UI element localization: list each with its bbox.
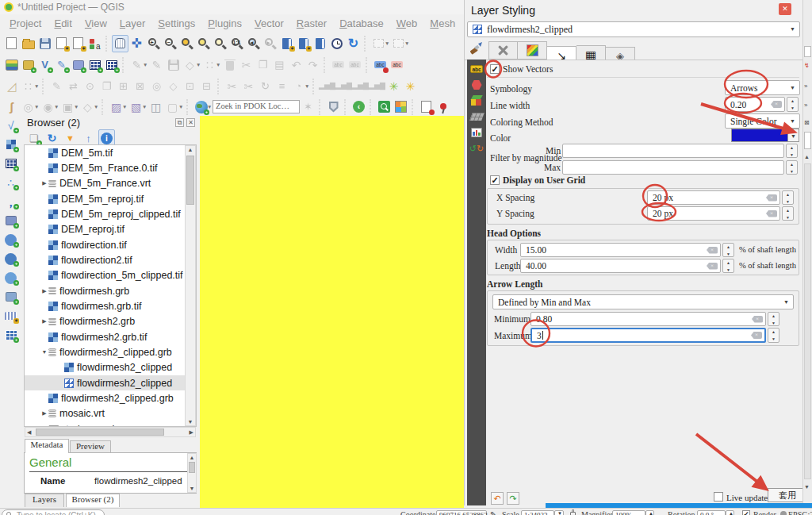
menu-plugins[interactable]: Plugins xyxy=(201,16,248,31)
zoom-last[interactable]: ◂ xyxy=(245,35,262,52)
checker-1[interactable]: ▨ xyxy=(108,98,124,116)
arrow-length-combo[interactable]: Defined by Min and Max▼ xyxy=(492,294,794,309)
open-project[interactable] xyxy=(20,35,36,52)
min-spinner[interactable]: ▲▼ xyxy=(786,144,798,158)
highlight-pinned-labels[interactable]: abc xyxy=(372,56,389,74)
digitize[interactable]: ◇ xyxy=(182,56,198,74)
minimum-spinner[interactable]: ▲▼ xyxy=(768,312,779,326)
expand-strip-button2[interactable]: » xyxy=(804,102,807,109)
apply-button[interactable]: 套用 xyxy=(768,488,807,502)
metadata-scrollbar[interactable]: ▲▼ xyxy=(187,453,197,493)
rotation-value[interactable]: 0.0 ° xyxy=(697,510,726,515)
add-mesh-layer[interactable]: + xyxy=(2,155,19,172)
locator-search[interactable]: Type to locate (Ctrl+K) xyxy=(2,509,105,515)
cut-features[interactable]: ✂ xyxy=(238,56,255,74)
pdok-tool[interactable]: ✶ xyxy=(300,98,316,116)
polygon-tool[interactable]: ◇ xyxy=(79,98,96,116)
min-field[interactable] xyxy=(562,144,784,158)
color-button[interactable] xyxy=(731,129,788,142)
add-raster-layer[interactable]: + xyxy=(2,136,19,153)
pdok-globe[interactable]: + xyxy=(193,98,209,116)
zoom-in[interactable]: + xyxy=(145,35,162,52)
new-mesh-layer[interactable]: + xyxy=(86,56,103,74)
histogram-icon[interactable] xyxy=(469,126,484,139)
tree-item-DEM_5m.tif[interactable]: DEM_5m.tif xyxy=(25,145,196,160)
3d-view-icon[interactable] xyxy=(469,94,484,107)
menu-edit[interactable]: Edit xyxy=(48,16,78,31)
vertex-tool-2[interactable]: ⇄ xyxy=(65,78,82,95)
project-properties[interactable]: ✶ xyxy=(70,35,86,52)
float-panel-button[interactable]: ⧉ xyxy=(175,118,184,127)
tree-item-DEM_5m_France.vrt[interactable]: ▶DEM_5m_France.vrt xyxy=(25,176,196,191)
sun-1[interactable]: ✳ xyxy=(385,78,402,95)
tree-item-DEM_reproj.tif[interactable]: DEM_reproj.tif xyxy=(25,222,196,237)
checker-2[interactable]: ▧ xyxy=(128,98,144,116)
tree-expand-arrow[interactable]: ▶ xyxy=(40,288,48,294)
add-postgis[interactable]: + xyxy=(2,250,19,267)
rotate-feature[interactable]: ↻ xyxy=(257,78,274,95)
menu-settings[interactable]: Settings xyxy=(151,16,201,31)
scissors-2[interactable]: ✂ xyxy=(240,78,257,95)
measure[interactable]: ◿ xyxy=(3,78,20,95)
show-bookmarks[interactable]: ✶ xyxy=(295,35,312,52)
expand-strip-button[interactable]: » xyxy=(804,83,807,90)
y-spacing-field[interactable]: 20 px× xyxy=(647,206,780,221)
search-layers-plugin[interactable] xyxy=(376,98,393,116)
coordinate-value[interactable]: 969716,6528863 xyxy=(436,510,487,515)
checker-4[interactable]: ▢ xyxy=(164,98,181,116)
vertex-tool-3[interactable]: ⊙ xyxy=(82,78,98,95)
add-wcs[interactable]: + xyxy=(2,326,19,344)
maximum-field[interactable]: 3× xyxy=(530,328,766,343)
tab-browser[interactable]: Browser (2) xyxy=(66,494,120,507)
tree-item-flowdirmesh2_clipped.grb[interactable]: ▼flowdirmesh2_clipped.grb xyxy=(25,344,196,359)
new-virtual-layer[interactable]: + xyxy=(70,56,86,74)
add-oracle[interactable]: + xyxy=(2,269,19,286)
pin-labels[interactable]: abc xyxy=(347,56,363,74)
tree-item-flowdirmesh2_clipped[interactable]: flowdirmesh2_clipped xyxy=(25,375,196,390)
crs-value[interactable]: EPSG:2154 xyxy=(788,510,812,515)
rect-tool[interactable]: ▣ xyxy=(59,98,76,116)
symbology-combo[interactable]: Arrows▼ xyxy=(725,80,800,95)
tree-item-flowdirmesh2.grb.tif[interactable]: flowdirmesh2.grb.tif xyxy=(25,329,196,344)
close-panel-button[interactable]: ✕ xyxy=(186,118,195,127)
compass[interactable]: ◔ xyxy=(290,78,307,95)
tab-preview[interactable]: Preview xyxy=(70,440,111,453)
tree-item-flowdirmesh2.grb[interactable]: ▶flowdirmesh2.grb xyxy=(25,314,196,329)
tree-item-mosaic.vrt[interactable]: ▶mosaic.vrt xyxy=(25,406,196,421)
undo[interactable]: ↶ xyxy=(288,56,304,74)
menu-view[interactable]: View xyxy=(79,16,113,31)
live-update-checkbox[interactable] xyxy=(714,492,723,502)
new-project[interactable] xyxy=(3,35,20,52)
line-width-field[interactable]: 0.20× xyxy=(725,97,785,112)
length-field[interactable]: 40.00× xyxy=(520,259,721,273)
add-vector-layer[interactable]: √+ xyxy=(2,117,19,134)
max-spinner[interactable]: ▲▼ xyxy=(786,160,798,175)
temporal-controller[interactable] xyxy=(328,35,345,52)
new-spatialite[interactable]: ✎+ xyxy=(53,56,70,74)
tree-expand-arrow[interactable]: ▶ xyxy=(40,180,48,186)
tab-layers[interactable]: Layers xyxy=(25,494,64,507)
red-pin-plugin[interactable] xyxy=(435,98,451,116)
x-spacing-spinner[interactable]: ▲▼ xyxy=(782,190,794,205)
tree-item-flowdirmesh2_clipped.grb[interactable]: flowdirmesh2_clipped.grb xyxy=(25,390,196,405)
menu-project[interactable]: Project xyxy=(3,16,48,31)
coloring-method-combo[interactable]: Single Color▼ xyxy=(725,113,800,129)
undo-style-button[interactable]: ↶ xyxy=(491,492,504,505)
browser-vscrollbar[interactable]: ▲▼ xyxy=(185,145,196,426)
style-manager[interactable] xyxy=(86,35,103,52)
color-dropdown[interactable]: ▼ xyxy=(788,129,799,142)
menu-layer[interactable]: Layer xyxy=(113,16,152,31)
tree-item-flowdirection_5m_clipped.tif[interactable]: flowdirection_5m_clipped.tif xyxy=(25,268,196,283)
menu-vector[interactable]: Vector xyxy=(248,16,290,31)
pdok-search-input[interactable]: Zoek in PDOK Loc… xyxy=(213,100,300,113)
vertex-tool-8[interactable]: ◇ xyxy=(165,78,182,95)
vertex-tool-1[interactable]: ✎ xyxy=(48,78,65,95)
add-point-cloud[interactable]: ∴+ xyxy=(2,174,19,191)
vertex-tool-7[interactable]: ◎ xyxy=(148,78,165,95)
add-geopackage[interactable]: + xyxy=(2,212,19,229)
stats-4[interactable]: ▂▅▇ xyxy=(369,78,385,95)
tree-item-flowdirection.tif[interactable]: flowdirection.tif xyxy=(25,237,196,252)
tab-colors[interactable] xyxy=(518,41,547,60)
max-field[interactable] xyxy=(562,160,784,175)
vertex-tool-10[interactable]: ⊟ xyxy=(198,78,215,95)
